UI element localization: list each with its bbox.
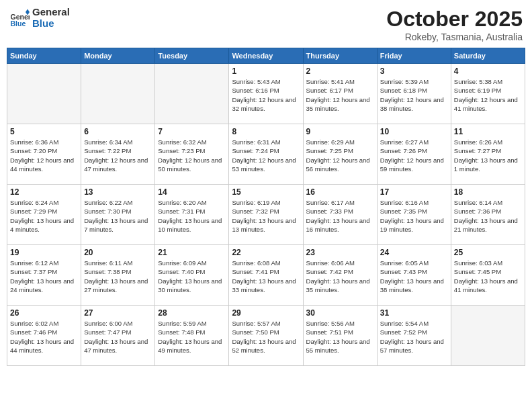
- calendar-cell: [81, 64, 155, 124]
- day-detail: Sunrise: 6:22 AMSunset: 7:30 PMDaylight:…: [84, 198, 152, 234]
- calendar-cell: 12Sunrise: 6:24 AMSunset: 7:29 PMDayligh…: [7, 185, 81, 245]
- svg-text:Blue: Blue: [11, 19, 26, 28]
- calendar-cell: 11Sunrise: 6:26 AMSunset: 7:27 PMDayligh…: [451, 124, 525, 185]
- day-detail: Sunrise: 5:43 AMSunset: 6:16 PMDaylight:…: [232, 77, 300, 113]
- day-detail: Sunrise: 6:03 AMSunset: 7:45 PMDaylight:…: [454, 259, 522, 294]
- day-detail: Sunrise: 6:09 AMSunset: 7:40 PMDaylight:…: [158, 259, 226, 294]
- day-number: 9: [306, 127, 374, 136]
- day-detail: Sunrise: 5:41 AMSunset: 6:17 PMDaylight:…: [306, 77, 374, 113]
- day-detail: Sunrise: 6:05 AMSunset: 7:43 PMDaylight:…: [380, 259, 448, 294]
- day-detail: Sunrise: 6:00 AMSunset: 7:47 PMDaylight:…: [84, 319, 152, 355]
- calendar-cell: 6Sunrise: 6:34 AMSunset: 7:22 PMDaylight…: [81, 124, 155, 185]
- calendar-cell: 22Sunrise: 6:08 AMSunset: 7:41 PMDayligh…: [229, 245, 303, 306]
- calendar-table: SundayMondayTuesdayWednesdayThursdayFrid…: [7, 48, 525, 366]
- calendar-cell: 10Sunrise: 6:27 AMSunset: 7:26 PMDayligh…: [377, 124, 451, 185]
- day-number: 5: [10, 127, 78, 136]
- day-detail: Sunrise: 6:27 AMSunset: 7:26 PMDaylight:…: [380, 138, 448, 173]
- location-subtitle: Rokeby, Tasmania, Australia: [386, 32, 523, 42]
- header-friday: Friday: [377, 48, 451, 64]
- header-sunday: Sunday: [7, 48, 81, 64]
- day-detail: Sunrise: 6:24 AMSunset: 7:29 PMDaylight:…: [10, 198, 78, 234]
- calendar-cell: 8Sunrise: 6:31 AMSunset: 7:24 PMDaylight…: [229, 124, 303, 185]
- calendar-cell: 31Sunrise: 5:54 AMSunset: 7:52 PMDayligh…: [377, 306, 451, 366]
- day-number: 4: [454, 66, 522, 76]
- logo-general: General: [32, 7, 70, 18]
- day-detail: Sunrise: 6:32 AMSunset: 7:23 PMDaylight:…: [158, 138, 226, 173]
- day-number: 30: [306, 308, 374, 318]
- day-number: 26: [10, 308, 78, 318]
- day-detail: Sunrise: 6:31 AMSunset: 7:24 PMDaylight:…: [232, 138, 300, 173]
- day-detail: Sunrise: 6:12 AMSunset: 7:37 PMDaylight:…: [10, 259, 78, 294]
- day-number: 19: [10, 248, 78, 257]
- day-number: 12: [10, 187, 78, 197]
- day-number: 28: [158, 308, 226, 318]
- day-detail: Sunrise: 6:16 AMSunset: 7:35 PMDaylight:…: [380, 198, 448, 234]
- calendar-cell: 2Sunrise: 5:41 AMSunset: 6:17 PMDaylight…: [303, 64, 377, 124]
- header-thursday: Thursday: [303, 48, 377, 64]
- day-detail: Sunrise: 6:29 AMSunset: 7:25 PMDaylight:…: [306, 138, 374, 173]
- calendar-cell: 27Sunrise: 6:00 AMSunset: 7:47 PMDayligh…: [81, 306, 155, 366]
- day-number: 10: [380, 127, 448, 136]
- day-detail: Sunrise: 5:39 AMSunset: 6:18 PMDaylight:…: [380, 77, 448, 113]
- week-row-3: 12Sunrise: 6:24 AMSunset: 7:29 PMDayligh…: [7, 185, 525, 245]
- day-detail: Sunrise: 6:36 AMSunset: 7:20 PMDaylight:…: [10, 138, 78, 173]
- day-detail: Sunrise: 6:11 AMSunset: 7:38 PMDaylight:…: [84, 259, 152, 294]
- page-header: General Blue General Blue October 2025 R…: [7, 7, 525, 42]
- calendar-cell: 21Sunrise: 6:09 AMSunset: 7:40 PMDayligh…: [155, 245, 229, 306]
- logo: General Blue General Blue: [9, 7, 70, 29]
- day-number: 22: [232, 248, 300, 257]
- title-block: October 2025 Rokeby, Tasmania, Australia: [386, 7, 523, 42]
- calendar-cell: 17Sunrise: 6:16 AMSunset: 7:35 PMDayligh…: [377, 185, 451, 245]
- day-detail: Sunrise: 5:59 AMSunset: 7:48 PMDaylight:…: [158, 319, 226, 355]
- calendar-cell: [155, 64, 229, 124]
- day-number: 13: [84, 187, 152, 197]
- logo-blue: Blue: [32, 18, 70, 30]
- day-number: 20: [84, 248, 152, 257]
- calendar-cell: 14Sunrise: 6:20 AMSunset: 7:31 PMDayligh…: [155, 185, 229, 245]
- day-detail: Sunrise: 6:17 AMSunset: 7:33 PMDaylight:…: [306, 198, 374, 234]
- day-detail: Sunrise: 6:26 AMSunset: 7:27 PMDaylight:…: [454, 138, 522, 173]
- header-row: SundayMondayTuesdayWednesdayThursdayFrid…: [7, 48, 525, 64]
- day-number: 2: [306, 66, 374, 76]
- calendar-cell: 13Sunrise: 6:22 AMSunset: 7:30 PMDayligh…: [81, 185, 155, 245]
- calendar-cell: 30Sunrise: 5:56 AMSunset: 7:51 PMDayligh…: [303, 306, 377, 366]
- day-number: 6: [84, 127, 152, 136]
- week-row-2: 5Sunrise: 6:36 AMSunset: 7:20 PMDaylight…: [7, 124, 525, 185]
- calendar-cell: 29Sunrise: 5:57 AMSunset: 7:50 PMDayligh…: [229, 306, 303, 366]
- week-row-5: 26Sunrise: 6:02 AMSunset: 7:46 PMDayligh…: [7, 306, 525, 366]
- calendar-cell: 19Sunrise: 6:12 AMSunset: 7:37 PMDayligh…: [7, 245, 81, 306]
- calendar-cell: 1Sunrise: 5:43 AMSunset: 6:16 PMDaylight…: [229, 64, 303, 124]
- day-number: 21: [158, 248, 226, 257]
- day-number: 14: [158, 187, 226, 197]
- day-detail: Sunrise: 5:56 AMSunset: 7:51 PMDaylight:…: [306, 319, 374, 355]
- week-row-4: 19Sunrise: 6:12 AMSunset: 7:37 PMDayligh…: [7, 245, 525, 306]
- day-number: 31: [380, 308, 448, 318]
- day-detail: Sunrise: 5:38 AMSunset: 6:19 PMDaylight:…: [454, 77, 522, 113]
- day-detail: Sunrise: 6:02 AMSunset: 7:46 PMDaylight:…: [10, 319, 78, 355]
- calendar-cell: 28Sunrise: 5:59 AMSunset: 7:48 PMDayligh…: [155, 306, 229, 366]
- day-number: 25: [454, 248, 522, 257]
- day-number: 24: [380, 248, 448, 257]
- day-number: 15: [232, 187, 300, 197]
- day-number: 27: [84, 308, 152, 318]
- header-saturday: Saturday: [451, 48, 525, 64]
- day-detail: Sunrise: 5:57 AMSunset: 7:50 PMDaylight:…: [232, 319, 300, 355]
- day-detail: Sunrise: 6:14 AMSunset: 7:36 PMDaylight:…: [454, 198, 522, 234]
- calendar-cell: 24Sunrise: 6:05 AMSunset: 7:43 PMDayligh…: [377, 245, 451, 306]
- calendar-cell: 26Sunrise: 6:02 AMSunset: 7:46 PMDayligh…: [7, 306, 81, 366]
- day-number: 17: [380, 187, 448, 197]
- calendar-cell: 9Sunrise: 6:29 AMSunset: 7:25 PMDaylight…: [303, 124, 377, 185]
- day-detail: Sunrise: 5:54 AMSunset: 7:52 PMDaylight:…: [380, 319, 448, 355]
- calendar-cell: 18Sunrise: 6:14 AMSunset: 7:36 PMDayligh…: [451, 185, 525, 245]
- calendar-cell: 3Sunrise: 5:39 AMSunset: 6:18 PMDaylight…: [377, 64, 451, 124]
- day-number: 1: [232, 66, 300, 76]
- header-tuesday: Tuesday: [155, 48, 229, 64]
- day-number: 3: [380, 66, 448, 76]
- day-detail: Sunrise: 6:06 AMSunset: 7:42 PMDaylight:…: [306, 259, 374, 294]
- svg-marker-2: [26, 9, 30, 12]
- logo-icon: General Blue: [9, 8, 30, 28]
- calendar-cell: 4Sunrise: 5:38 AMSunset: 6:19 PMDaylight…: [451, 64, 525, 124]
- calendar-cell: [451, 306, 525, 366]
- calendar-cell: 16Sunrise: 6:17 AMSunset: 7:33 PMDayligh…: [303, 185, 377, 245]
- day-detail: Sunrise: 6:34 AMSunset: 7:22 PMDaylight:…: [84, 138, 152, 173]
